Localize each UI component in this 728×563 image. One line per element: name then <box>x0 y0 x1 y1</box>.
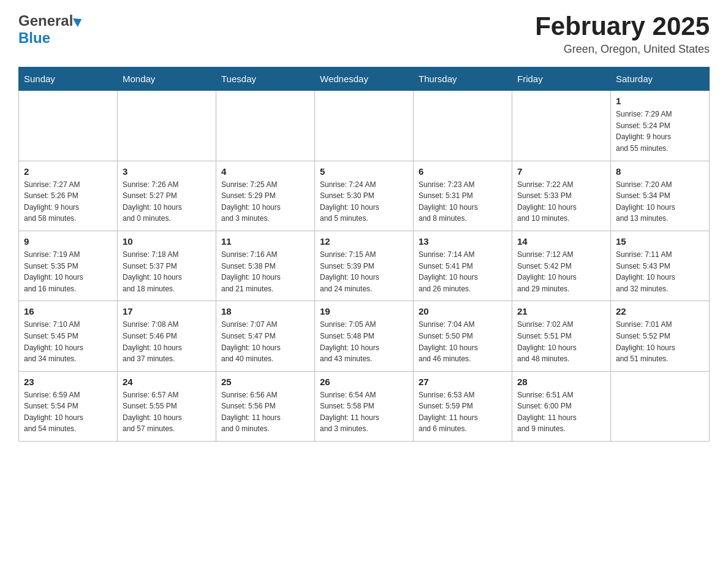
day-number: 14 <box>517 236 605 247</box>
calendar-week-row: 1Sunrise: 7:29 AM Sunset: 5:24 PM Daylig… <box>19 91 710 161</box>
calendar-cell: 12Sunrise: 7:15 AM Sunset: 5:39 PM Dayli… <box>315 231 414 301</box>
calendar-cell: 1Sunrise: 7:29 AM Sunset: 5:24 PM Daylig… <box>611 91 710 161</box>
calendar-header-monday: Monday <box>118 67 216 91</box>
title-section: February 2025 Green, Oregon, United Stat… <box>535 12 710 56</box>
day-number: 9 <box>24 236 112 247</box>
day-number: 24 <box>123 377 211 387</box>
day-info: Sunrise: 7:14 AM Sunset: 5:41 PM Dayligh… <box>419 249 507 294</box>
calendar-cell <box>512 91 611 161</box>
day-info: Sunrise: 6:53 AM Sunset: 5:59 PM Dayligh… <box>419 389 507 435</box>
day-info: Sunrise: 7:26 AM Sunset: 5:27 PM Dayligh… <box>123 179 211 224</box>
calendar-cell: 3Sunrise: 7:26 AM Sunset: 5:27 PM Daylig… <box>118 161 216 231</box>
day-info: Sunrise: 6:51 AM Sunset: 6:00 PM Dayligh… <box>517 389 605 435</box>
calendar-week-row: 2Sunrise: 7:27 AM Sunset: 5:26 PM Daylig… <box>19 161 710 231</box>
calendar-cell: 28Sunrise: 6:51 AM Sunset: 6:00 PM Dayli… <box>512 371 611 441</box>
location-text: Green, Oregon, United States <box>535 43 710 56</box>
day-number: 26 <box>320 377 408 387</box>
day-number: 17 <box>123 306 211 316</box>
day-info: Sunrise: 7:18 AM Sunset: 5:37 PM Dayligh… <box>123 249 211 294</box>
day-info: Sunrise: 7:01 AM Sunset: 5:52 PM Dayligh… <box>616 319 704 364</box>
calendar-cell <box>19 91 118 161</box>
calendar-cell: 2Sunrise: 7:27 AM Sunset: 5:26 PM Daylig… <box>19 161 118 231</box>
day-number: 19 <box>320 306 408 316</box>
calendar-week-row: 9Sunrise: 7:19 AM Sunset: 5:35 PM Daylig… <box>19 231 710 301</box>
calendar-header-row: SundayMondayTuesdayWednesdayThursdayFrid… <box>19 67 710 91</box>
day-number: 15 <box>616 236 704 247</box>
calendar-cell: 19Sunrise: 7:05 AM Sunset: 5:48 PM Dayli… <box>315 301 414 371</box>
calendar-cell: 24Sunrise: 6:57 AM Sunset: 5:55 PM Dayli… <box>118 371 216 441</box>
day-info: Sunrise: 7:05 AM Sunset: 5:48 PM Dayligh… <box>320 319 408 364</box>
calendar-cell: 16Sunrise: 7:10 AM Sunset: 5:45 PM Dayli… <box>19 301 118 371</box>
calendar-cell <box>414 91 512 161</box>
day-number: 1 <box>616 96 704 106</box>
calendar-cell: 6Sunrise: 7:23 AM Sunset: 5:31 PM Daylig… <box>414 161 512 231</box>
calendar-header-sunday: Sunday <box>19 67 118 91</box>
calendar-cell: 8Sunrise: 7:20 AM Sunset: 5:34 PM Daylig… <box>611 161 710 231</box>
calendar-cell: 17Sunrise: 7:08 AM Sunset: 5:46 PM Dayli… <box>118 301 216 371</box>
day-number: 4 <box>221 166 309 177</box>
day-info: Sunrise: 7:20 AM Sunset: 5:34 PM Dayligh… <box>616 179 704 224</box>
day-number: 22 <box>616 306 704 316</box>
calendar-cell <box>611 371 710 441</box>
calendar-cell: 23Sunrise: 6:59 AM Sunset: 5:54 PM Dayli… <box>19 371 118 441</box>
day-number: 25 <box>221 377 309 387</box>
day-info: Sunrise: 6:57 AM Sunset: 5:55 PM Dayligh… <box>123 389 211 435</box>
day-number: 13 <box>419 236 507 247</box>
calendar-cell <box>216 91 315 161</box>
day-info: Sunrise: 6:59 AM Sunset: 5:54 PM Dayligh… <box>24 389 112 435</box>
day-info: Sunrise: 7:25 AM Sunset: 5:29 PM Dayligh… <box>221 179 309 224</box>
day-number: 23 <box>24 377 112 387</box>
calendar-cell <box>315 91 414 161</box>
day-number: 5 <box>320 166 408 177</box>
day-info: Sunrise: 7:22 AM Sunset: 5:33 PM Dayligh… <box>517 179 605 224</box>
day-info: Sunrise: 6:54 AM Sunset: 5:58 PM Dayligh… <box>320 389 408 435</box>
month-title: February 2025 <box>535 12 710 40</box>
day-number: 6 <box>419 166 507 177</box>
day-info: Sunrise: 7:24 AM Sunset: 5:30 PM Dayligh… <box>320 179 408 224</box>
day-info: Sunrise: 7:12 AM Sunset: 5:42 PM Dayligh… <box>517 249 605 294</box>
day-number: 28 <box>517 377 605 387</box>
day-number: 11 <box>221 236 309 247</box>
day-info: Sunrise: 7:07 AM Sunset: 5:47 PM Dayligh… <box>221 319 309 364</box>
calendar-cell: 13Sunrise: 7:14 AM Sunset: 5:41 PM Dayli… <box>414 231 512 301</box>
calendar-cell: 10Sunrise: 7:18 AM Sunset: 5:37 PM Dayli… <box>118 231 216 301</box>
day-number: 8 <box>616 166 704 177</box>
calendar-week-row: 16Sunrise: 7:10 AM Sunset: 5:45 PM Dayli… <box>19 301 710 371</box>
day-number: 20 <box>419 306 507 316</box>
calendar-header-wednesday: Wednesday <box>315 67 414 91</box>
calendar-cell: 14Sunrise: 7:12 AM Sunset: 5:42 PM Dayli… <box>512 231 611 301</box>
calendar-cell: 27Sunrise: 6:53 AM Sunset: 5:59 PM Dayli… <box>414 371 512 441</box>
day-number: 7 <box>517 166 605 177</box>
calendar-header-saturday: Saturday <box>611 67 710 91</box>
logo-blue-text: Blue <box>18 29 50 47</box>
logo-triangle-icon <box>73 15 84 27</box>
page-header: General Blue February 2025 Green, Oregon… <box>18 12 710 56</box>
day-info: Sunrise: 7:02 AM Sunset: 5:51 PM Dayligh… <box>517 319 605 364</box>
day-info: Sunrise: 7:16 AM Sunset: 5:38 PM Dayligh… <box>221 249 309 294</box>
calendar-cell: 5Sunrise: 7:24 AM Sunset: 5:30 PM Daylig… <box>315 161 414 231</box>
day-number: 10 <box>123 236 211 247</box>
day-info: Sunrise: 7:15 AM Sunset: 5:39 PM Dayligh… <box>320 249 408 294</box>
day-info: Sunrise: 7:23 AM Sunset: 5:31 PM Dayligh… <box>419 179 507 224</box>
day-number: 18 <box>221 306 309 316</box>
calendar-cell <box>118 91 216 161</box>
day-number: 16 <box>24 306 112 316</box>
calendar-header-friday: Friday <box>512 67 611 91</box>
day-info: Sunrise: 7:04 AM Sunset: 5:50 PM Dayligh… <box>419 319 507 364</box>
day-number: 2 <box>24 166 112 177</box>
calendar-cell: 15Sunrise: 7:11 AM Sunset: 5:43 PM Dayli… <box>611 231 710 301</box>
day-number: 12 <box>320 236 408 247</box>
day-info: Sunrise: 7:10 AM Sunset: 5:45 PM Dayligh… <box>24 319 112 364</box>
day-info: Sunrise: 7:08 AM Sunset: 5:46 PM Dayligh… <box>123 319 211 364</box>
calendar-cell: 7Sunrise: 7:22 AM Sunset: 5:33 PM Daylig… <box>512 161 611 231</box>
day-info: Sunrise: 6:56 AM Sunset: 5:56 PM Dayligh… <box>221 389 309 435</box>
calendar-cell: 9Sunrise: 7:19 AM Sunset: 5:35 PM Daylig… <box>19 231 118 301</box>
day-number: 27 <box>419 377 507 387</box>
calendar-cell: 18Sunrise: 7:07 AM Sunset: 5:47 PM Dayli… <box>216 301 315 371</box>
calendar-cell: 25Sunrise: 6:56 AM Sunset: 5:56 PM Dayli… <box>216 371 315 441</box>
logo: General Blue <box>18 12 82 47</box>
day-number: 21 <box>517 306 605 316</box>
calendar-cell: 21Sunrise: 7:02 AM Sunset: 5:51 PM Dayli… <box>512 301 611 371</box>
calendar-cell: 22Sunrise: 7:01 AM Sunset: 5:52 PM Dayli… <box>611 301 710 371</box>
day-info: Sunrise: 7:27 AM Sunset: 5:26 PM Dayligh… <box>24 179 112 224</box>
